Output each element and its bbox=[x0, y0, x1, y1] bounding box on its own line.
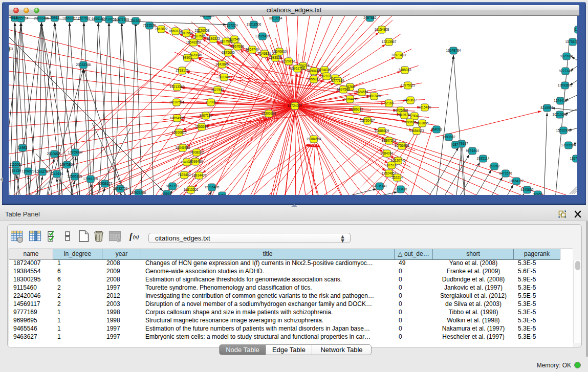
svg-text:7904: 7904 bbox=[411, 114, 419, 118]
svg-text:f: f bbox=[129, 232, 133, 241]
svg-text:19218506: 19218506 bbox=[247, 23, 262, 26]
svg-text:9245652: 9245652 bbox=[520, 188, 534, 191]
svg-text:20891406: 20891406 bbox=[34, 16, 49, 20]
svg-text:9474444: 9474444 bbox=[466, 149, 479, 152]
svg-text:751552: 751552 bbox=[130, 19, 141, 23]
svg-text:17016504: 17016504 bbox=[561, 143, 576, 147]
svg-text:12213363: 12213363 bbox=[170, 85, 185, 89]
svg-text:8215955: 8215955 bbox=[540, 106, 554, 110]
svg-text:16961758: 16961758 bbox=[290, 67, 305, 70]
svg-text:1156829: 1156829 bbox=[22, 169, 35, 173]
svg-text:9084067: 9084067 bbox=[380, 151, 394, 155]
svg-text:20912: 20912 bbox=[50, 16, 59, 19]
svg-text:15751074: 15751074 bbox=[565, 40, 577, 43]
svg-text:12923446: 12923446 bbox=[132, 191, 146, 194]
svg-text:8454749: 8454749 bbox=[246, 48, 259, 51]
svg-text:1117: 1117 bbox=[575, 28, 577, 31]
svg-text:10664: 10664 bbox=[162, 192, 171, 195]
svg-text:10688609: 10688609 bbox=[375, 129, 389, 133]
svg-text:8813054: 8813054 bbox=[269, 16, 282, 20]
svg-text:10807487: 10807487 bbox=[367, 94, 382, 98]
svg-text:9115460: 9115460 bbox=[419, 105, 431, 109]
svg-text:9777169: 9777169 bbox=[331, 79, 344, 82]
svg-text:10653267: 10653267 bbox=[62, 16, 77, 20]
svg-text:98901: 98901 bbox=[183, 56, 192, 59]
svg-text:16782759: 16782759 bbox=[113, 187, 128, 190]
svg-text:7625402: 7625402 bbox=[178, 173, 191, 177]
svg-text:13525419: 13525419 bbox=[255, 34, 270, 38]
svg-text:9693895: 9693895 bbox=[416, 121, 429, 125]
svg-text:19166825: 19166825 bbox=[172, 130, 187, 134]
svg-text:14495759: 14495759 bbox=[397, 113, 412, 117]
svg-text:1353594: 1353594 bbox=[195, 125, 208, 128]
svg-text:8912954: 8912954 bbox=[180, 31, 193, 35]
svg-text:16107554: 16107554 bbox=[169, 100, 184, 104]
svg-text:12975115: 12975115 bbox=[401, 83, 416, 87]
svg-text:20206571: 20206571 bbox=[47, 152, 62, 156]
svg-text:7485063: 7485063 bbox=[398, 68, 411, 72]
svg-text:12213967: 12213967 bbox=[382, 40, 397, 43]
svg-text:9827506: 9827506 bbox=[220, 39, 233, 43]
svg-text:252214: 252214 bbox=[391, 176, 403, 179]
svg-text:19384554: 19384554 bbox=[307, 137, 321, 141]
svg-text:14099489: 14099489 bbox=[188, 160, 203, 163]
svg-text:16033809: 16033809 bbox=[200, 16, 215, 17]
svg-text:9699695: 9699695 bbox=[403, 120, 417, 124]
svg-text:9242848: 9242848 bbox=[215, 62, 229, 66]
svg-text:14985: 14985 bbox=[18, 146, 27, 149]
svg-text:7663822: 7663822 bbox=[155, 27, 168, 31]
svg-text:6497568: 6497568 bbox=[337, 87, 350, 91]
svg-text:763262: 763262 bbox=[489, 164, 500, 168]
svg-text:12505135: 12505135 bbox=[68, 174, 82, 178]
svg-text:16046786: 16046786 bbox=[176, 146, 190, 149]
svg-text:14136141: 14136141 bbox=[373, 184, 387, 188]
svg-text:(x): (x) bbox=[133, 234, 139, 240]
svg-text:18724007: 18724007 bbox=[288, 104, 302, 107]
svg-text:10756928: 10756928 bbox=[395, 144, 409, 147]
svg-text:1167553: 1167553 bbox=[570, 157, 577, 160]
svg-text:9427552: 9427552 bbox=[211, 88, 224, 92]
svg-text:7357224: 7357224 bbox=[225, 24, 238, 27]
svg-text:16815201: 16815201 bbox=[184, 188, 199, 191]
svg-text:16648784: 16648784 bbox=[446, 49, 461, 52]
svg-text:9329966: 9329966 bbox=[560, 54, 573, 58]
svg-text:16671355: 16671355 bbox=[115, 18, 129, 21]
svg-text:23226058: 23226058 bbox=[195, 29, 210, 32]
svg-text:117008: 117008 bbox=[205, 100, 216, 104]
svg-text:10975867: 10975867 bbox=[60, 163, 75, 166]
svg-text:17859934: 17859934 bbox=[68, 150, 83, 154]
svg-text:39139: 39139 bbox=[12, 169, 21, 172]
svg-text:3824554: 3824554 bbox=[355, 90, 368, 94]
svg-text:2087682: 2087682 bbox=[363, 16, 377, 19]
svg-text:10973493: 10973493 bbox=[391, 53, 406, 57]
svg-text:20053346: 20053346 bbox=[76, 63, 91, 67]
svg-text:16543362: 16543362 bbox=[186, 40, 201, 44]
svg-text:8186323: 8186323 bbox=[207, 37, 220, 40]
svg-text:92450: 92450 bbox=[533, 192, 542, 195]
svg-text:2967608: 2967608 bbox=[231, 45, 244, 48]
svg-text:17957275: 17957275 bbox=[83, 177, 98, 181]
svg-text:9327506: 9327506 bbox=[192, 34, 206, 38]
svg-text:1244415: 1244415 bbox=[554, 99, 567, 102]
svg-text:23206503: 23206503 bbox=[9, 47, 13, 51]
svg-text:1588520: 1588520 bbox=[269, 56, 282, 59]
svg-text:15716485: 15716485 bbox=[205, 185, 220, 189]
svg-text:687: 687 bbox=[453, 143, 459, 146]
svg-text:8471676: 8471676 bbox=[499, 171, 512, 175]
svg-text:3875685: 3875685 bbox=[222, 51, 235, 54]
svg-text:14938222: 14938222 bbox=[189, 150, 204, 154]
svg-text:15300293: 15300293 bbox=[262, 112, 276, 115]
svg-text:10958127: 10958127 bbox=[98, 182, 113, 185]
svg-text:1733426: 1733426 bbox=[394, 187, 407, 191]
svg-text:7955812: 7955812 bbox=[307, 77, 320, 81]
svg-text:9794028: 9794028 bbox=[318, 68, 331, 72]
svg-text:16210643: 16210643 bbox=[553, 113, 568, 116]
svg-text:2718176: 2718176 bbox=[176, 69, 189, 72]
svg-text:20364436: 20364436 bbox=[343, 97, 358, 101]
svg-text:1593892: 1593892 bbox=[442, 135, 455, 139]
svg-text:1135061: 1135061 bbox=[10, 163, 23, 166]
svg-text:19654985: 19654985 bbox=[170, 116, 185, 120]
svg-text:7515526: 7515526 bbox=[143, 24, 156, 27]
svg-text:3267110: 3267110 bbox=[200, 114, 212, 117]
svg-text:12093872: 12093872 bbox=[558, 83, 573, 87]
